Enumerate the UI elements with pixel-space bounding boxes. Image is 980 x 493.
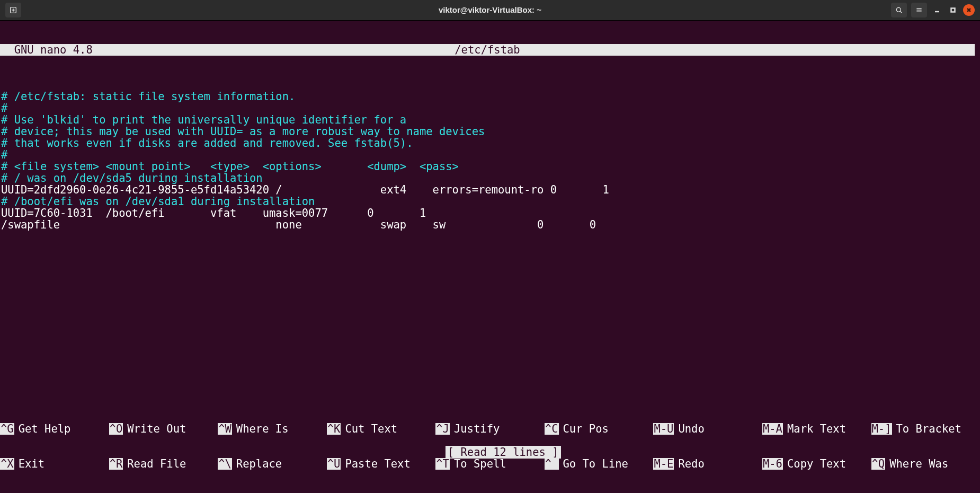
shortcut-label: Exit <box>14 458 44 470</box>
shortcut-key: ^Q <box>871 458 886 470</box>
nano-header: GNU nano 4.8 /etc/fstab GNU nano 4.8 <box>0 44 975 56</box>
file-line[interactable]: # Use 'blkid' to print the universally u… <box>0 114 980 126</box>
shortcut-item: ^XExit <box>0 458 109 470</box>
shortcut-label: To Bracket <box>892 423 961 435</box>
shortcut-item: M-UUndo <box>653 423 762 435</box>
shortcut-key: ^\ <box>218 458 232 470</box>
minimize-button[interactable] <box>931 4 943 16</box>
hamburger-menu-button[interactable] <box>911 3 927 17</box>
shortcut-label: To Spell <box>450 458 506 470</box>
shortcut-key: ^C <box>545 423 559 435</box>
shortcut-item: ^WWhere Is <box>218 423 327 435</box>
terminal-area[interactable]: GNU nano 4.8 /etc/fstab GNU nano 4.8 # /… <box>0 21 980 493</box>
shortcut-item: M-6Copy Text <box>762 458 871 470</box>
file-line[interactable]: # /etc/fstab: static file system informa… <box>0 91 980 102</box>
shortcut-label: Redo <box>674 458 704 470</box>
shortcut-label: Paste Text <box>341 458 410 470</box>
shortcut-key: ^U <box>327 458 341 470</box>
file-line[interactable]: UUID=7C60-1031 /boot/efi vfat umask=0077… <box>0 207 980 219</box>
shortcut-key: ^X <box>0 458 14 470</box>
file-line[interactable]: /swapfile none swap sw 0 0 <box>0 219 980 231</box>
svg-line-4 <box>900 11 902 13</box>
shortcut-key: M-U <box>653 423 674 435</box>
shortcut-item: ^JJustify <box>435 423 545 435</box>
shortcut-label: Cur Pos <box>559 423 609 435</box>
shortcut-key: ^R <box>109 458 123 470</box>
svg-rect-9 <box>951 8 955 12</box>
shortcut-label: Justify <box>450 423 500 435</box>
shortcut-label: Read File <box>123 458 186 470</box>
shortcut-item: ^RRead File <box>109 458 218 470</box>
shortcut-label: Go To Line <box>559 458 628 470</box>
file-line[interactable]: # device; this may be used with UUID= as… <box>0 126 980 137</box>
shortcut-item: ^KCut Text <box>327 423 436 435</box>
close-button[interactable] <box>963 4 975 16</box>
search-button[interactable] <box>891 3 907 17</box>
maximize-button[interactable] <box>947 4 959 16</box>
file-line[interactable]: # /boot/efi was on /dev/sda1 during inst… <box>0 196 980 207</box>
file-line[interactable]: # <box>0 149 980 161</box>
window-titlebar: viktor@viktor-VirtualBox: ~ <box>0 0 980 20</box>
window-title: viktor@viktor-VirtualBox: ~ <box>0 4 980 16</box>
shortcut-key: ^J <box>435 423 450 435</box>
shortcut-label: Cut Text <box>341 423 397 435</box>
shortcut-label: Get Help <box>14 423 71 435</box>
file-line[interactable]: # <file system> <mount point> <type> <op… <box>0 161 980 172</box>
shortcut-item: ^CCur Pos <box>545 423 654 435</box>
file-line[interactable]: # / was on /dev/sda5 during installation <box>0 172 980 184</box>
shortcut-label: Undo <box>674 423 704 435</box>
file-line[interactable]: # <box>0 102 980 114</box>
shortcut-item: ^GGet Help <box>0 423 109 435</box>
new-tab-button[interactable] <box>5 3 21 17</box>
shortcut-key: ^K <box>327 423 341 435</box>
shortcut-label: Replace <box>232 458 282 470</box>
nano-shortcut-bar: ^GGet Help^OWrite Out^WWhere Is^KCut Tex… <box>0 400 980 493</box>
shortcut-key: M-6 <box>762 458 783 470</box>
shortcut-item: ^TTo Spell <box>435 458 545 470</box>
shortcut-key: ^_ <box>545 458 559 470</box>
shortcut-item: M-]To Bracket <box>871 423 981 435</box>
shortcut-key: ^G <box>0 423 14 435</box>
shortcut-key: M-E <box>653 458 674 470</box>
shortcut-label: Mark Text <box>783 423 846 435</box>
shortcut-key: M-A <box>762 423 783 435</box>
shortcut-label: Where Was <box>885 458 948 470</box>
nano-app-version: GNU nano 4.8 <box>1 44 93 56</box>
file-line[interactable]: UUID=2dfd2960-0e26-4c21-9855-e5fd14a5342… <box>0 184 980 196</box>
shortcut-key: ^W <box>218 423 232 435</box>
shortcut-key: M-] <box>871 423 892 435</box>
shortcut-key: ^T <box>435 458 450 470</box>
shortcut-item: M-ERedo <box>653 458 762 470</box>
shortcut-label: Where Is <box>232 423 289 435</box>
shortcut-label: Copy Text <box>783 458 846 470</box>
shortcut-item: ^OWrite Out <box>109 423 218 435</box>
shortcut-item: ^_Go To Line <box>545 458 654 470</box>
file-line[interactable]: # that works even if disks are added and… <box>0 137 980 149</box>
shortcut-item: ^UPaste Text <box>327 458 436 470</box>
shortcut-item: ^\Replace <box>218 458 327 470</box>
svg-point-3 <box>896 7 901 12</box>
shortcut-item: ^QWhere Was <box>871 458 981 470</box>
nano-filename: /etc/fstab <box>93 44 882 56</box>
shortcut-item: M-AMark Text <box>762 423 871 435</box>
nano-file-content[interactable]: # /etc/fstab: static file system informa… <box>0 91 980 231</box>
shortcut-label: Write Out <box>123 423 186 435</box>
shortcut-key: ^O <box>109 423 123 435</box>
